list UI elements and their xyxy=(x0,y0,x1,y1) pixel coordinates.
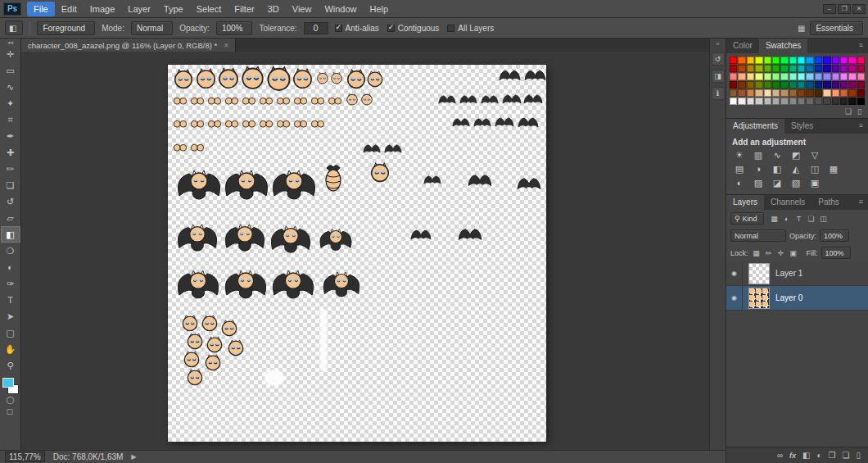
color-swatch[interactable] xyxy=(730,57,737,64)
menu-item-3d[interactable]: 3D xyxy=(261,2,286,16)
menu-item-layer[interactable]: Layer xyxy=(121,2,157,16)
tool-preset-picker[interactable]: ◧ xyxy=(5,20,23,35)
color-swatch[interactable] xyxy=(764,57,771,64)
color-swatch[interactable] xyxy=(815,65,822,72)
delete-swatch-button[interactable]: ▯ xyxy=(857,107,861,116)
color-swatch[interactable] xyxy=(848,98,856,105)
clone-stamp-tool[interactable]: ❏ xyxy=(1,177,20,193)
blend-mode-select[interactable]: Normal xyxy=(730,229,786,242)
menu-item-view[interactable]: View xyxy=(286,2,319,16)
zoom-tool[interactable]: ⚲ xyxy=(1,357,20,374)
color-swatch[interactable] xyxy=(840,57,848,64)
color-swatch[interactable] xyxy=(798,57,805,64)
color-swatch[interactable] xyxy=(780,98,788,105)
brightness-contrast-adjustment-icon[interactable]: ☀ xyxy=(733,150,746,161)
invert-adjustment-icon[interactable]: ◐ xyxy=(733,178,746,188)
menu-item-edit[interactable]: Edit xyxy=(55,2,84,16)
layer-visibility-icon[interactable]: ◉ xyxy=(726,286,743,310)
layer-visibility-icon[interactable]: ◉ xyxy=(726,261,743,285)
zoom-level-field[interactable]: 115,77% xyxy=(5,452,45,462)
layers-tab-channels[interactable]: Channels xyxy=(764,195,811,210)
type-tool[interactable]: T xyxy=(1,292,20,308)
checkbox-anti-alias[interactable]: Anti-alias xyxy=(335,24,379,33)
color-swatch[interactable] xyxy=(747,81,754,89)
panel-grid-icon[interactable]: ▦ xyxy=(798,24,805,33)
color-swatch[interactable] xyxy=(772,89,780,97)
menu-item-image[interactable]: Image xyxy=(84,2,122,16)
color-swatch[interactable] xyxy=(755,89,762,97)
color-swatch[interactable] xyxy=(772,73,780,80)
color-swatch[interactable] xyxy=(823,73,830,80)
hue-saturation-adjustment-icon[interactable]: ▤ xyxy=(733,164,746,175)
levels-adjustment-icon[interactable]: ▥ xyxy=(752,150,765,161)
eraser-tool[interactable]: ▱ xyxy=(1,210,20,226)
magic-wand-tool[interactable]: ✦ xyxy=(1,95,20,111)
layer-thumbnail[interactable] xyxy=(748,263,770,284)
color-swatch[interactable] xyxy=(738,81,745,89)
colors-tab-swatches[interactable]: Swatches xyxy=(759,39,807,53)
color-swatch[interactable] xyxy=(823,81,830,89)
document-tab[interactable]: character_008_azazel.png @ 116% (Layer 0… xyxy=(21,39,236,52)
new-layer-button[interactable]: ❏ xyxy=(843,451,850,460)
color-swatch[interactable] xyxy=(772,57,780,64)
color-swatch[interactable] xyxy=(840,81,848,89)
filter-shape-layers-icon[interactable]: ❏ xyxy=(807,215,816,223)
color-swatch[interactable] xyxy=(840,73,848,80)
black-white-adjustment-icon[interactable]: ◧ xyxy=(771,164,784,175)
color-swatch[interactable] xyxy=(747,89,754,97)
foreground-color-swatch[interactable] xyxy=(2,378,14,388)
color-swatch[interactable] xyxy=(832,73,839,80)
kind-filter-select[interactable]: ⚲ Kind xyxy=(730,212,764,225)
color-swatch[interactable] xyxy=(755,65,762,72)
color-swatch[interactable] xyxy=(747,98,754,105)
color-swatch[interactable] xyxy=(730,98,737,105)
color-swatch[interactable] xyxy=(764,65,771,72)
rectangle-tool[interactable]: ▢ xyxy=(1,325,20,341)
curves-adjustment-icon[interactable]: ∿ xyxy=(771,150,784,161)
adjustments-tab-adjustments[interactable]: Adjustments xyxy=(726,119,784,134)
color-swatch[interactable] xyxy=(806,57,813,64)
color-swatch[interactable] xyxy=(738,65,745,72)
delete-layer-button[interactable]: ▯ xyxy=(856,451,861,460)
canvas-area[interactable] xyxy=(21,52,709,450)
panel-menu-icon[interactable]: ≡ xyxy=(854,195,868,210)
posterize-adjustment-icon[interactable]: ▨ xyxy=(752,178,765,188)
color-swatch[interactable] xyxy=(832,57,839,64)
opacity-select[interactable]: 100% xyxy=(216,21,253,35)
toolbar-collapse-icon[interactable]: ◂◂ xyxy=(7,39,13,46)
color-swatch[interactable] xyxy=(815,98,822,105)
spot-healing-brush-tool[interactable]: ✚ xyxy=(1,144,20,161)
color-swatch[interactable] xyxy=(815,73,822,80)
color-swatch[interactable] xyxy=(857,81,865,89)
restore-button[interactable]: ❐ xyxy=(838,4,851,14)
layer-row[interactable]: ◉Layer 1 xyxy=(726,261,868,286)
new-swatch-button[interactable]: ❏ xyxy=(845,107,852,116)
color-swatch[interactable] xyxy=(840,65,848,72)
photo-filter-adjustment-icon[interactable]: ◭ xyxy=(789,164,802,175)
brush-tool[interactable]: ✏ xyxy=(1,161,20,177)
color-swatch[interactable] xyxy=(747,57,754,64)
color-swatch[interactable] xyxy=(815,81,822,89)
color-swatch[interactable] xyxy=(832,81,839,89)
menu-item-type[interactable]: Type xyxy=(157,2,190,16)
new-adjustment-layer-button[interactable]: ◐ xyxy=(817,451,822,460)
color-lookup-adjustment-icon[interactable]: ▦ xyxy=(827,164,840,175)
colors-tab-color[interactable]: Color xyxy=(726,39,759,53)
color-swatch[interactable] xyxy=(806,98,813,105)
screen-mode-icon[interactable]: ▢ xyxy=(6,406,14,417)
color-swatch[interactable] xyxy=(806,81,813,89)
info-panel-icon[interactable]: ℹ xyxy=(712,87,725,100)
color-swatch[interactable] xyxy=(832,98,839,105)
dock-collapse-icon[interactable]: « xyxy=(716,40,719,48)
color-balance-adjustment-icon[interactable]: ◑ xyxy=(752,164,765,175)
color-swatch[interactable] xyxy=(857,98,865,105)
hand-tool[interactable]: ✋ xyxy=(1,341,20,357)
color-swatch[interactable] xyxy=(789,98,797,105)
move-tool[interactable]: ✛ xyxy=(1,46,20,62)
color-swatch[interactable] xyxy=(815,89,822,97)
color-swatch[interactable] xyxy=(832,65,839,72)
link-layers-button[interactable]: ∞ xyxy=(777,451,783,460)
color-swatch[interactable] xyxy=(789,81,797,89)
menu-item-filter[interactable]: Filter xyxy=(228,2,260,16)
gradient-map-adjustment-icon[interactable]: ▧ xyxy=(789,178,802,188)
